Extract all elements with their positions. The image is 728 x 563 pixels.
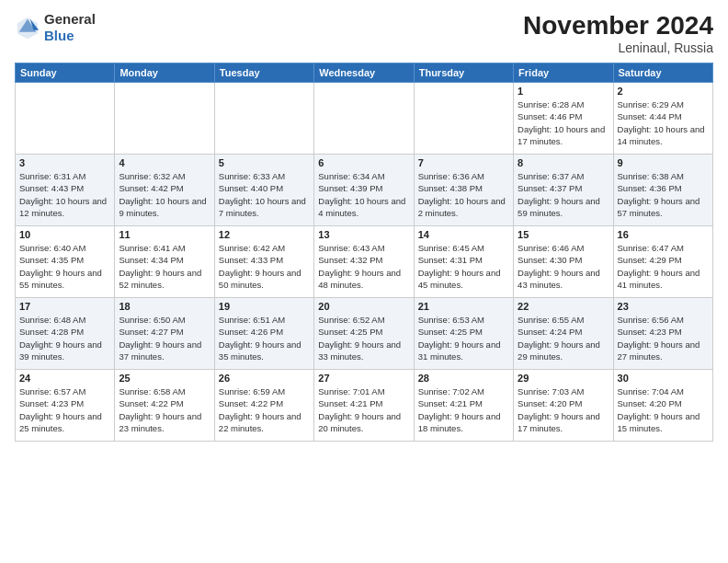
day-info: Sunrise: 6:56 AM Sunset: 4:23 PM Dayligh… <box>618 314 709 362</box>
day-info: Sunrise: 6:37 AM Sunset: 4:37 PM Dayligh… <box>518 170 609 219</box>
day-info: Sunrise: 6:29 AM Sunset: 4:44 PM Dayligh… <box>618 98 709 147</box>
day-info: Sunrise: 6:31 AM Sunset: 4:43 PM Dayligh… <box>19 170 110 219</box>
calendar-week-4: 17Sunrise: 6:48 AM Sunset: 4:28 PM Dayli… <box>16 298 713 370</box>
day-info: Sunrise: 6:50 AM Sunset: 4:27 PM Dayligh… <box>119 314 210 362</box>
day-number: 10 <box>19 229 110 240</box>
day-info: Sunrise: 6:57 AM Sunset: 4:23 PM Dayligh… <box>19 385 110 434</box>
day-info: Sunrise: 6:34 AM Sunset: 4:39 PM Dayligh… <box>318 170 409 219</box>
table-row: 9Sunrise: 6:38 AM Sunset: 4:36 PM Daylig… <box>613 155 712 226</box>
table-row: 28Sunrise: 7:02 AM Sunset: 4:21 PM Dayli… <box>414 370 513 442</box>
table-row: 12Sunrise: 6:42 AM Sunset: 4:33 PM Dayli… <box>214 226 313 298</box>
day-info: Sunrise: 6:59 AM Sunset: 4:22 PM Dayligh… <box>219 385 310 434</box>
calendar-week-5: 24Sunrise: 6:57 AM Sunset: 4:23 PM Dayli… <box>16 370 713 442</box>
day-info: Sunrise: 6:51 AM Sunset: 4:26 PM Dayligh… <box>219 314 310 362</box>
day-number: 9 <box>618 157 709 168</box>
col-tuesday: Tuesday <box>214 63 313 83</box>
table-row: 7Sunrise: 6:36 AM Sunset: 4:38 PM Daylig… <box>414 155 513 226</box>
day-number: 20 <box>318 301 409 312</box>
day-number: 1 <box>518 86 609 97</box>
table-row: 25Sunrise: 6:58 AM Sunset: 4:22 PM Dayli… <box>115 370 214 442</box>
day-number: 4 <box>119 157 210 168</box>
day-info: Sunrise: 6:52 AM Sunset: 4:25 PM Dayligh… <box>318 314 409 362</box>
day-number: 2 <box>618 86 709 97</box>
table-row: 15Sunrise: 6:46 AM Sunset: 4:30 PM Dayli… <box>514 226 613 298</box>
day-number: 27 <box>318 373 409 384</box>
day-number: 29 <box>518 373 609 384</box>
day-info: Sunrise: 7:03 AM Sunset: 4:20 PM Dayligh… <box>518 385 609 434</box>
location: Leninaul, Russia <box>523 40 713 55</box>
calendar-table: Sunday Monday Tuesday Wednesday Thursday… <box>15 63 713 442</box>
col-thursday: Thursday <box>414 63 513 83</box>
day-info: Sunrise: 6:28 AM Sunset: 4:46 PM Dayligh… <box>518 98 609 147</box>
month-title: November 2024 <box>523 11 713 40</box>
table-row: 27Sunrise: 7:01 AM Sunset: 4:21 PM Dayli… <box>314 370 414 442</box>
table-row: 30Sunrise: 7:04 AM Sunset: 4:20 PM Dayli… <box>613 370 712 442</box>
day-info: Sunrise: 6:48 AM Sunset: 4:28 PM Dayligh… <box>19 314 110 362</box>
day-info: Sunrise: 6:45 AM Sunset: 4:31 PM Dayligh… <box>418 242 509 291</box>
day-info: Sunrise: 7:02 AM Sunset: 4:21 PM Dayligh… <box>418 385 509 434</box>
day-info: Sunrise: 7:04 AM Sunset: 4:20 PM Dayligh… <box>618 385 709 434</box>
logo-text: General Blue <box>44 11 96 44</box>
day-number: 26 <box>219 373 310 384</box>
table-row: 4Sunrise: 6:32 AM Sunset: 4:42 PM Daylig… <box>115 155 214 226</box>
table-row <box>414 83 513 155</box>
col-friday: Friday <box>514 63 613 83</box>
day-info: Sunrise: 6:46 AM Sunset: 4:30 PM Dayligh… <box>518 242 609 291</box>
day-number: 7 <box>418 157 509 168</box>
day-info: Sunrise: 6:43 AM Sunset: 4:32 PM Dayligh… <box>318 242 409 291</box>
table-row: 6Sunrise: 6:34 AM Sunset: 4:39 PM Daylig… <box>314 155 414 226</box>
table-row: 11Sunrise: 6:41 AM Sunset: 4:34 PM Dayli… <box>115 226 214 298</box>
table-row: 24Sunrise: 6:57 AM Sunset: 4:23 PM Dayli… <box>16 370 115 442</box>
day-info: Sunrise: 6:53 AM Sunset: 4:25 PM Dayligh… <box>418 314 509 362</box>
day-info: Sunrise: 6:55 AM Sunset: 4:24 PM Dayligh… <box>518 314 609 362</box>
day-number: 30 <box>618 373 709 384</box>
calendar-header-row: Sunday Monday Tuesday Wednesday Thursday… <box>16 63 713 83</box>
table-row: 5Sunrise: 6:33 AM Sunset: 4:40 PM Daylig… <box>214 155 313 226</box>
table-row: 26Sunrise: 6:59 AM Sunset: 4:22 PM Dayli… <box>214 370 313 442</box>
day-number: 16 <box>618 229 709 240</box>
day-number: 25 <box>119 373 210 384</box>
day-number: 5 <box>219 157 310 168</box>
table-row: 18Sunrise: 6:50 AM Sunset: 4:27 PM Dayli… <box>115 298 214 370</box>
day-number: 11 <box>119 229 210 240</box>
day-info: Sunrise: 6:36 AM Sunset: 4:38 PM Dayligh… <box>418 170 509 219</box>
day-number: 21 <box>418 301 509 312</box>
table-row: 1Sunrise: 6:28 AM Sunset: 4:46 PM Daylig… <box>514 83 613 155</box>
calendar-week-2: 3Sunrise: 6:31 AM Sunset: 4:43 PM Daylig… <box>16 155 713 226</box>
table-row: 10Sunrise: 6:40 AM Sunset: 4:35 PM Dayli… <box>16 226 115 298</box>
title-block: November 2024 Leninaul, Russia <box>523 11 713 55</box>
day-info: Sunrise: 6:42 AM Sunset: 4:33 PM Dayligh… <box>219 242 310 291</box>
table-row: 20Sunrise: 6:52 AM Sunset: 4:25 PM Dayli… <box>314 298 414 370</box>
table-row: 22Sunrise: 6:55 AM Sunset: 4:24 PM Dayli… <box>514 298 613 370</box>
day-number: 19 <box>219 301 310 312</box>
day-number: 13 <box>318 229 409 240</box>
table-row: 13Sunrise: 6:43 AM Sunset: 4:32 PM Dayli… <box>314 226 414 298</box>
table-row: 8Sunrise: 6:37 AM Sunset: 4:37 PM Daylig… <box>514 155 613 226</box>
day-info: Sunrise: 6:41 AM Sunset: 4:34 PM Dayligh… <box>119 242 210 291</box>
table-row <box>214 83 313 155</box>
table-row: 16Sunrise: 6:47 AM Sunset: 4:29 PM Dayli… <box>613 226 712 298</box>
table-row: 19Sunrise: 6:51 AM Sunset: 4:26 PM Dayli… <box>214 298 313 370</box>
table-row: 3Sunrise: 6:31 AM Sunset: 4:43 PM Daylig… <box>16 155 115 226</box>
col-saturday: Saturday <box>613 63 712 83</box>
day-number: 12 <box>219 229 310 240</box>
calendar-week-1: 1Sunrise: 6:28 AM Sunset: 4:46 PM Daylig… <box>16 83 713 155</box>
day-info: Sunrise: 6:40 AM Sunset: 4:35 PM Dayligh… <box>19 242 110 291</box>
day-number: 14 <box>418 229 509 240</box>
day-info: Sunrise: 6:58 AM Sunset: 4:22 PM Dayligh… <box>119 385 210 434</box>
table-row: 23Sunrise: 6:56 AM Sunset: 4:23 PM Dayli… <box>613 298 712 370</box>
day-number: 28 <box>418 373 509 384</box>
table-row: 2Sunrise: 6:29 AM Sunset: 4:44 PM Daylig… <box>613 83 712 155</box>
col-monday: Monday <box>115 63 214 83</box>
table-row: 21Sunrise: 6:53 AM Sunset: 4:25 PM Dayli… <box>414 298 513 370</box>
table-row <box>16 83 115 155</box>
col-sunday: Sunday <box>16 63 115 83</box>
day-info: Sunrise: 6:32 AM Sunset: 4:42 PM Dayligh… <box>119 170 210 219</box>
day-number: 8 <box>518 157 609 168</box>
day-info: Sunrise: 6:38 AM Sunset: 4:36 PM Dayligh… <box>618 170 709 219</box>
table-row: 29Sunrise: 7:03 AM Sunset: 4:20 PM Dayli… <box>514 370 613 442</box>
col-wednesday: Wednesday <box>314 63 414 83</box>
logo: General Blue <box>15 11 96 44</box>
day-info: Sunrise: 6:47 AM Sunset: 4:29 PM Dayligh… <box>618 242 709 291</box>
day-number: 22 <box>518 301 609 312</box>
